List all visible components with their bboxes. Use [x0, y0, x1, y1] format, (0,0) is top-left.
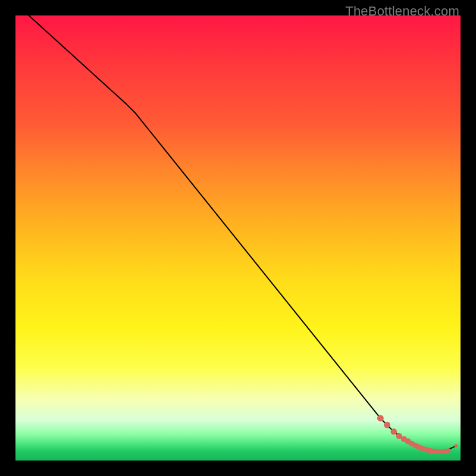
marker-point	[384, 422, 390, 428]
main-curve	[29, 15, 456, 452]
marker-point	[446, 449, 450, 453]
marker-group	[377, 415, 458, 454]
marker-point	[455, 444, 458, 447]
marker-point	[391, 428, 397, 435]
marker-point	[377, 415, 384, 421]
chart-overlay	[15, 15, 461, 461]
chart-frame: TheBottleneck.com	[0, 0, 476, 476]
